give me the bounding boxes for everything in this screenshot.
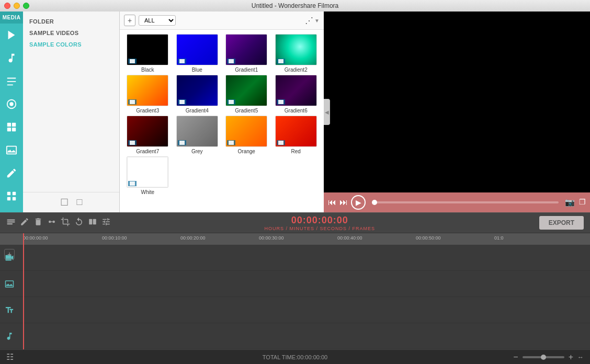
timeline-pen-btn[interactable] xyxy=(20,217,29,229)
snapshot-icon[interactable]: 📷 xyxy=(565,198,575,207)
color-label-gradient3: Gradient3 xyxy=(136,108,159,113)
timeline-adjust-btn[interactable] xyxy=(101,217,111,229)
remove-media-icon[interactable]: □ xyxy=(77,197,83,208)
sidebar-item-element[interactable] xyxy=(0,185,23,208)
traffic-lights xyxy=(4,3,29,9)
color-item-gradient4[interactable]: Gradient4 xyxy=(174,75,221,113)
svg-rect-13 xyxy=(7,223,13,224)
zoom-out-btn[interactable]: − xyxy=(513,352,518,362)
view-chevron: ▼ xyxy=(314,18,320,24)
track-icon-audio xyxy=(0,332,19,341)
track-area-audio[interactable] xyxy=(19,323,590,349)
sidebar-item-photos[interactable] xyxy=(0,139,23,162)
svg-rect-18 xyxy=(93,219,96,225)
svg-point-14 xyxy=(49,221,51,223)
zoom-slider[interactable] xyxy=(523,356,564,358)
fit-to-window-btn[interactable]: ↔ xyxy=(577,354,584,361)
timeline-timecode: 00:00:00:00 HOURS / MINUTES / SECONDS / … xyxy=(265,215,376,231)
color-item-orange[interactable]: Orange xyxy=(223,116,270,154)
ruler-mark-5: 00:00:50:00 xyxy=(416,235,441,241)
timeline-delete-btn[interactable] xyxy=(33,217,43,229)
color-thumb-gradient2 xyxy=(275,34,317,65)
fullscreen-icon[interactable]: ❐ xyxy=(579,198,586,207)
media-panel: FOLDER SAMPLE VIDEOS SAMPLE COLORS ☐ □ xyxy=(23,12,120,212)
sidebar: MEDIA xyxy=(0,12,23,212)
add-media-icon[interactable]: ☐ xyxy=(60,197,69,208)
timeline-tracks: + xyxy=(0,245,590,349)
timeline-connect-btn[interactable] xyxy=(47,217,56,229)
svg-rect-4 xyxy=(12,123,16,127)
total-time-text: TOTAL TIME:00:00:00:00 xyxy=(263,354,327,360)
preview-right-icons: 📷 ❐ xyxy=(565,198,586,207)
color-item-blue[interactable]: Blue xyxy=(174,34,221,73)
color-thumb-blue xyxy=(176,34,218,65)
status-bar: ☷ TOTAL TIME:00:00:00:00 − + ↔ xyxy=(0,349,590,364)
status-right: − + ↔ xyxy=(513,352,584,362)
color-item-black[interactable]: Black xyxy=(124,34,172,73)
content-panel: + ALL Videos Audio Images ⋰ ▼ Black xyxy=(120,12,324,212)
timeline-split-btn[interactable] xyxy=(88,217,97,229)
sidebar-item-filter[interactable] xyxy=(0,93,23,116)
color-label-gradient1: Gradient1 xyxy=(235,67,258,73)
progress-bar[interactable] xyxy=(372,201,559,203)
color-label-white: White xyxy=(141,189,154,195)
color-thumb-black xyxy=(127,34,168,65)
tab-sample-videos[interactable]: SAMPLE VIDEOS xyxy=(23,27,119,39)
media-bottom-icons: ☐ □ xyxy=(23,192,119,212)
svg-rect-17 xyxy=(89,219,92,225)
color-thumb-white xyxy=(127,156,168,188)
sidebar-item-video[interactable] xyxy=(0,24,23,47)
skip-forward-btn[interactable]: ⏭ xyxy=(339,198,348,207)
svg-rect-6 xyxy=(12,128,16,131)
playhead-line-ruler xyxy=(23,233,24,245)
grid-layout-icon[interactable]: ☷ xyxy=(6,352,14,362)
sidebar-item-overlay[interactable] xyxy=(0,116,23,139)
sidebar-item-text[interactable] xyxy=(0,70,23,93)
svg-point-15 xyxy=(53,221,55,223)
add-button[interactable]: + xyxy=(124,15,135,26)
close-btn[interactable] xyxy=(4,3,10,9)
color-label-gradient4: Gradient4 xyxy=(186,108,209,113)
color-label-blue: Blue xyxy=(192,67,202,73)
color-item-white[interactable]: White xyxy=(124,156,172,195)
timeline-crop-btn[interactable] xyxy=(61,217,70,229)
color-grid: Black Blue Gradient1 xyxy=(120,30,324,199)
timeline-toolbar: 00:00:00:00 HOURS / MINUTES / SECONDS / … xyxy=(0,212,590,233)
maximize-btn[interactable] xyxy=(23,3,29,9)
view-toggle[interactable]: ⋰ ▼ xyxy=(305,16,320,26)
color-item-grey[interactable]: Grey xyxy=(174,116,221,154)
zoom-in-btn[interactable]: + xyxy=(569,352,573,362)
color-item-gradient6[interactable]: Gradient6 xyxy=(273,75,320,113)
collapse-panel-btn[interactable]: ◀ xyxy=(324,99,330,125)
color-label-red: Red xyxy=(291,149,301,154)
minimize-btn[interactable] xyxy=(14,3,20,9)
color-item-gradient5[interactable]: Gradient5 xyxy=(223,75,270,113)
preview-screen xyxy=(324,12,590,192)
titlebar: Untitled - Wondershare Filmora xyxy=(0,0,590,12)
sidebar-item-audio[interactable] xyxy=(0,47,23,70)
track-area-text[interactable] xyxy=(19,297,590,323)
color-label-black: Black xyxy=(141,67,154,73)
tab-sample-colors[interactable]: SAMPLE COLORS xyxy=(23,39,119,50)
skip-back-btn[interactable]: ⏮ xyxy=(328,198,336,207)
export-button[interactable]: EXPORT xyxy=(539,216,584,230)
timeline-rotate-btn[interactable] xyxy=(74,217,84,229)
play-btn[interactable]: ▶ xyxy=(351,195,366,210)
timeline-clip-btn[interactable] xyxy=(6,217,16,229)
add-track-btn[interactable]: + xyxy=(4,249,15,259)
sidebar-item-draw[interactable] xyxy=(0,162,23,185)
track-icon-text xyxy=(0,305,19,315)
color-item-gradient1[interactable]: Gradient1 xyxy=(223,34,270,73)
timeline-ruler: 00:00:00:00 00:00:10:00 00:00:20:00 00:0… xyxy=(0,233,590,245)
tab-folder[interactable]: FOLDER xyxy=(23,16,119,27)
color-item-gradient3[interactable]: Gradient3 xyxy=(124,75,172,113)
track-image xyxy=(0,271,590,297)
filter-select[interactable]: ALL Videos Audio Images xyxy=(139,15,176,26)
color-item-gradient2[interactable]: Gradient2 xyxy=(273,34,320,73)
color-item-red[interactable]: Red xyxy=(273,116,320,154)
track-area-video[interactable] xyxy=(19,245,590,270)
svg-rect-7 xyxy=(7,192,10,195)
sidebar-media-label[interactable]: MEDIA xyxy=(0,12,23,24)
color-item-gradient7[interactable]: Gradient7 xyxy=(124,116,172,154)
track-area-image[interactable] xyxy=(19,271,590,297)
